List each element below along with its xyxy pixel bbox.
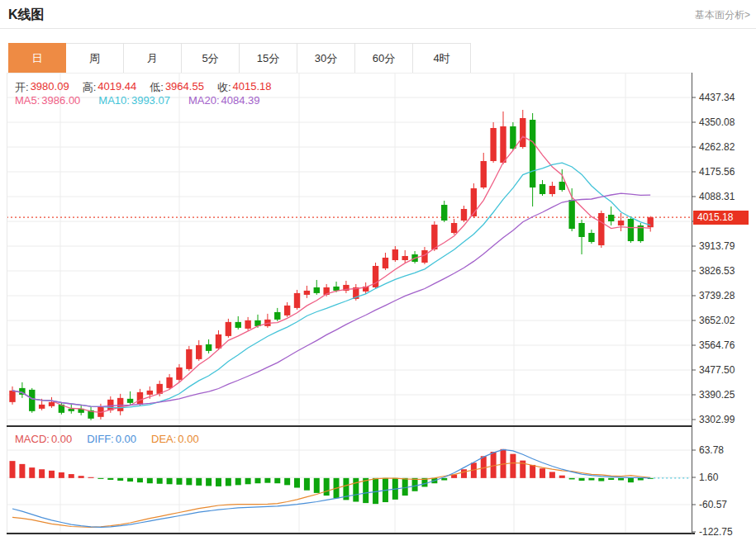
macd-bar bbox=[540, 468, 545, 478]
price-axis-label: 4088.31 bbox=[699, 191, 735, 202]
macd-bar bbox=[638, 478, 644, 481]
candle-body bbox=[235, 322, 241, 328]
macd-bar bbox=[324, 478, 330, 496]
candle-body bbox=[549, 186, 555, 194]
candle-body bbox=[245, 320, 250, 329]
macd-bar bbox=[19, 464, 25, 478]
candle-body bbox=[588, 233, 594, 242]
candle-body bbox=[441, 205, 447, 221]
candle-body bbox=[49, 402, 55, 406]
candle-body bbox=[304, 291, 310, 295]
candle-body bbox=[618, 221, 624, 225]
macd-bar bbox=[137, 478, 143, 482]
candle-body bbox=[333, 287, 339, 291]
candle-body bbox=[383, 258, 388, 268]
candle-body bbox=[530, 120, 535, 187]
candle-body bbox=[628, 219, 634, 241]
macd-bar bbox=[117, 478, 123, 481]
candle-body bbox=[69, 409, 74, 411]
macd-bar bbox=[284, 478, 290, 485]
candle-body bbox=[127, 399, 133, 403]
candle-body bbox=[510, 126, 516, 149]
candle-body bbox=[117, 398, 123, 411]
macd-bar bbox=[78, 476, 84, 478]
candle-body bbox=[294, 293, 300, 308]
macd-bar bbox=[314, 478, 320, 493]
low-readout: 低:3964.55 bbox=[150, 80, 204, 95]
open-readout: 开:3980.09 bbox=[15, 80, 69, 95]
candle-body bbox=[451, 223, 457, 233]
candle-body bbox=[481, 161, 487, 187]
candle-body bbox=[421, 250, 427, 263]
macd-bar bbox=[274, 478, 280, 483]
candle-body bbox=[9, 391, 15, 402]
candle-body bbox=[137, 392, 143, 405]
candle-body bbox=[39, 405, 45, 409]
ma-legend: MA5:3986.00 MA10:3993.07 MA20:4084.39 bbox=[15, 94, 260, 107]
macd-bar bbox=[176, 478, 182, 485]
candle-body bbox=[598, 213, 604, 245]
candle-body bbox=[147, 391, 153, 395]
macd-bar bbox=[29, 467, 35, 478]
macd-bar bbox=[559, 476, 565, 478]
candle-body bbox=[226, 322, 231, 336]
candle-body bbox=[540, 184, 545, 194]
candle-body bbox=[520, 118, 525, 147]
macd-bar bbox=[97, 478, 103, 479]
candle-body bbox=[471, 188, 477, 216]
macd-bar bbox=[206, 478, 212, 486]
candle-body bbox=[461, 209, 467, 221]
kline-page: K线图 基本面分析> 日周月5分15分30分60分4时 开:3980.09 高:… bbox=[0, 0, 756, 536]
macd-bar bbox=[510, 454, 516, 478]
macd-readout: MACD:0.00 bbox=[15, 433, 72, 445]
high-readout: 高:4019.44 bbox=[83, 80, 137, 95]
macd-bar bbox=[618, 478, 624, 481]
price-axis-label: 4175.56 bbox=[699, 166, 735, 178]
candle-body bbox=[166, 377, 172, 388]
ma5-readout: MA5:3986.00 bbox=[15, 94, 80, 107]
macd-bar bbox=[69, 474, 74, 478]
macd-bar bbox=[59, 472, 64, 478]
macd-bar bbox=[255, 478, 261, 483]
macd-bar bbox=[491, 452, 497, 478]
candle-body bbox=[578, 223, 584, 237]
price-axis-label: 4262.82 bbox=[699, 141, 735, 153]
macd-bar bbox=[157, 478, 163, 484]
macd-bar bbox=[49, 471, 55, 478]
ma10-readout: MA10:3993.07 bbox=[98, 94, 170, 107]
macd-bar bbox=[167, 478, 173, 484]
macd-legend: MACD:0.00 DIFF:0.00 DEA:0.00 bbox=[15, 433, 199, 445]
candle-body bbox=[216, 334, 221, 349]
candle-body bbox=[29, 390, 35, 411]
macd-bar bbox=[588, 478, 594, 481]
candle-body bbox=[284, 306, 290, 315]
price-axis-label: 63.78 bbox=[699, 444, 724, 456]
candle-body bbox=[490, 128, 496, 161]
candle-body bbox=[176, 368, 182, 380]
macd-bar bbox=[196, 478, 202, 486]
macd-bar bbox=[608, 478, 614, 480]
macd-bar bbox=[569, 478, 575, 480]
macd-bar bbox=[88, 477, 94, 478]
macd-bar bbox=[412, 478, 418, 491]
macd-bar bbox=[461, 469, 467, 478]
macd-bar bbox=[235, 478, 241, 485]
macd-bar bbox=[147, 478, 153, 483]
price-axis-label: 3477.50 bbox=[699, 364, 735, 376]
ma10-line bbox=[12, 163, 650, 408]
candle-body bbox=[392, 249, 398, 260]
close-readout: 收:4015.18 bbox=[217, 80, 272, 95]
macd-bar bbox=[353, 478, 359, 502]
macd-bar bbox=[530, 465, 535, 478]
candle-body bbox=[402, 256, 408, 260]
candle-body bbox=[648, 217, 654, 227]
candle-body bbox=[568, 200, 574, 229]
candle-body bbox=[314, 287, 320, 293]
price-axis-label: 4350.08 bbox=[699, 116, 735, 128]
candle-body bbox=[608, 215, 614, 221]
macd-bar bbox=[245, 478, 251, 484]
price-axis-label: 3739.28 bbox=[699, 290, 735, 301]
candle-body bbox=[186, 349, 192, 369]
ma20-line bbox=[12, 193, 650, 406]
macd-bar bbox=[598, 478, 604, 481]
